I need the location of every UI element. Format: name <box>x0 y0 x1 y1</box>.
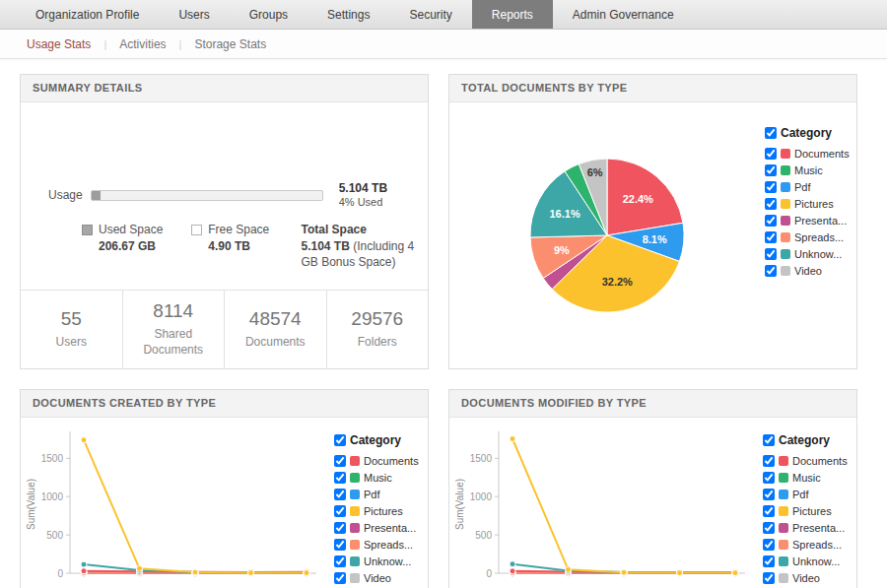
tab-settings[interactable]: Settings <box>307 0 389 29</box>
legend-checkbox[interactable] <box>765 248 777 260</box>
tab-reports[interactable]: Reports <box>472 0 553 29</box>
tab-organization-profile[interactable]: Organization Profile <box>16 0 159 29</box>
created-legend: CategoryDocumentsMusicPdfPicturesPresent… <box>334 418 428 588</box>
legend-checkbox[interactable] <box>765 181 777 193</box>
pie-slice-label: 32.2% <box>602 276 633 288</box>
legend-checkbox[interactable] <box>334 505 346 517</box>
free-space-swatch <box>191 225 202 235</box>
space-legend-row: Used Space 206.67 GB Free Space 4.90 TB … <box>82 223 422 270</box>
legend-checkbox[interactable] <box>763 455 775 467</box>
data-point-unknown[interactable] <box>510 561 515 567</box>
legend-label: Spreads... <box>792 539 842 551</box>
legend-checkbox[interactable] <box>765 215 777 227</box>
legend-checkbox[interactable] <box>334 572 346 584</box>
legend-item-presenta: Presenta... <box>765 215 853 227</box>
stat-label: Shared Documents <box>128 327 219 358</box>
data-point-pictures[interactable] <box>510 436 515 442</box>
legend-item-unknow: Unknow... <box>763 555 853 567</box>
legend-swatch <box>781 149 790 159</box>
usage-row: Usage 5.104 TB 4% Used <box>48 181 414 210</box>
legend-swatch <box>779 573 788 583</box>
data-point-pictures[interactable] <box>137 565 143 571</box>
y-tick-label: 1500 <box>470 453 493 464</box>
legend-label: Pictures <box>792 505 832 517</box>
legend-label: Video <box>364 572 391 584</box>
legend-checkbox[interactable] <box>334 472 346 484</box>
data-point-pictures[interactable] <box>248 570 254 576</box>
pie-chart: 22.4%8.1%32.2%9%16.1%6% <box>449 102 765 368</box>
legend-category-checkbox[interactable] <box>763 434 775 446</box>
legend-label: Video <box>792 572 820 584</box>
modified-panel-title: DOCUMENTS MODIFIED BY TYPE <box>449 390 856 418</box>
legend-item-music: Music <box>763 472 853 484</box>
legend-label: Presenta... <box>364 522 416 534</box>
legend-checkbox[interactable] <box>763 522 775 534</box>
usage-value: 5.104 TB 4% Used <box>339 181 387 210</box>
modified-body: 050010001500Sum(Value) CategoryDocuments… <box>449 418 856 588</box>
legend-swatch <box>781 249 790 259</box>
legend-checkbox[interactable] <box>334 555 346 567</box>
legend-checkbox[interactable] <box>763 489 775 500</box>
summary-panel-title: SUMMARY DETAILS <box>21 75 428 102</box>
legend-swatch <box>779 490 788 499</box>
y-tick-label: 1000 <box>470 491 493 502</box>
pie-slice-label: 6% <box>587 166 603 178</box>
stat-value: 55 <box>61 308 82 330</box>
legend-checkbox[interactable] <box>763 472 775 484</box>
legend-checkbox[interactable] <box>334 489 346 500</box>
legend-checkbox[interactable] <box>763 555 775 567</box>
data-point-documents[interactable] <box>510 568 515 574</box>
total-space-value: 5.104 TB <box>301 239 349 253</box>
legend-checkbox[interactable] <box>334 455 346 467</box>
tab-groups[interactable]: Groups <box>230 0 307 29</box>
data-point-documents[interactable] <box>81 568 87 574</box>
usage-label: Usage <box>48 188 83 202</box>
legend-category-label: Category <box>350 433 401 447</box>
used-space-value: 206.67 GB <box>99 239 163 253</box>
data-point-unknown[interactable] <box>81 561 87 567</box>
legend-checkbox[interactable] <box>765 164 777 176</box>
legend-category-label: Category <box>779 433 830 447</box>
data-point-pictures[interactable] <box>677 570 683 576</box>
legend-checkbox[interactable] <box>765 198 777 210</box>
legend-label: Music <box>364 472 392 484</box>
tab-admin-governance[interactable]: Admin Governance <box>553 0 694 29</box>
data-point-pictures[interactable] <box>732 570 738 576</box>
legend-swatch <box>350 490 360 499</box>
total-space: Total Space 5.104 TB (Including 4 GB Bon… <box>301 223 422 270</box>
stat-value: 48574 <box>249 308 302 330</box>
legend-label: Spreads... <box>364 539 413 551</box>
legend-item-pdf: Pdf <box>765 181 853 193</box>
tab-security[interactable]: Security <box>389 0 471 29</box>
data-point-pictures[interactable] <box>566 566 572 572</box>
stat-users: 55Users <box>21 291 123 368</box>
data-point-pictures[interactable] <box>304 570 309 576</box>
legend-item-pictures: Pictures <box>334 505 424 517</box>
data-point-pictures[interactable] <box>621 569 627 575</box>
legend-checkbox[interactable] <box>765 265 777 277</box>
legend-checkbox[interactable] <box>765 231 777 243</box>
legend-label: Unknow... <box>792 555 840 567</box>
data-point-pictures[interactable] <box>81 437 87 443</box>
legend-checkbox[interactable] <box>763 539 775 551</box>
legend-swatch <box>779 523 788 533</box>
panel-documents-created-by-type: DOCUMENTS CREATED BY TYPE 050010001500Su… <box>20 389 429 588</box>
legend-category-checkbox[interactable] <box>765 127 777 139</box>
legend-checkbox[interactable] <box>763 572 775 584</box>
legend-checkbox[interactable] <box>334 522 346 534</box>
tab-users[interactable]: Users <box>159 0 229 29</box>
data-point-pictures[interactable] <box>192 569 198 575</box>
legend-checkbox[interactable] <box>763 505 775 517</box>
subnav-storage-stats[interactable]: Storage Stats <box>181 37 279 51</box>
legend-swatch <box>350 573 360 583</box>
stat-label: Documents <box>245 335 306 351</box>
legend-swatch <box>781 266 790 276</box>
subnav-usage-stats[interactable]: Usage Stats <box>14 37 103 51</box>
legend-swatch <box>350 506 360 516</box>
pie-legend: CategoryDocumentsMusicPdfPicturesPresent… <box>765 102 856 368</box>
legend-category-checkbox[interactable] <box>334 434 346 446</box>
legend-checkbox[interactable] <box>765 148 777 160</box>
legend-item-video: Video <box>334 572 424 584</box>
legend-checkbox[interactable] <box>334 539 346 551</box>
subnav-activities[interactable]: Activities <box>106 37 178 51</box>
